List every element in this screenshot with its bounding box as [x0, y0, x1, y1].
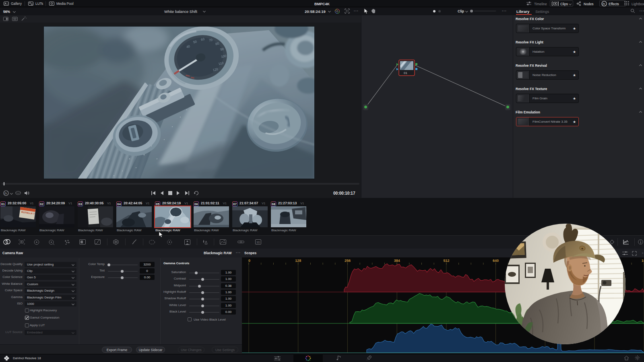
svg-text:384: 384: [394, 259, 400, 263]
svg-text:3D: 3D: [256, 241, 260, 244]
svg-text:fx: fx: [4, 191, 7, 195]
svg-text:10: 10: [642, 259, 644, 263]
svg-text:256: 256: [345, 259, 351, 263]
svg-text:640: 640: [493, 259, 499, 263]
svg-text:0: 0: [248, 259, 250, 263]
svg-text:01: 01: [404, 71, 407, 75]
svg-text:128: 128: [295, 259, 301, 263]
svg-text:512: 512: [443, 259, 449, 263]
svg-text:fx: fx: [603, 2, 605, 6]
